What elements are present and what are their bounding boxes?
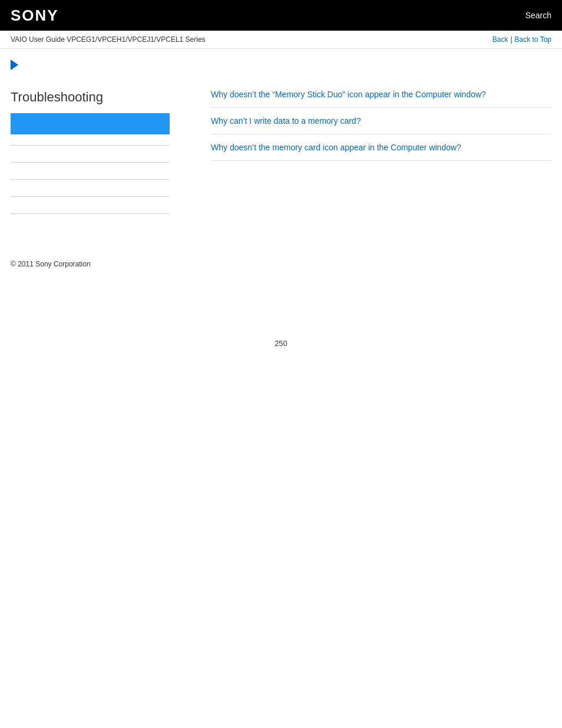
sidebar-highlight-bar xyxy=(11,113,170,134)
page-number: 250 xyxy=(0,339,562,360)
sidebar-line-3 xyxy=(11,179,170,180)
sidebar-line-1 xyxy=(11,145,170,146)
back-link[interactable]: Back xyxy=(492,35,508,44)
content-link-2[interactable]: Why doesn’t the memory card icon appear … xyxy=(211,134,551,161)
content-links: Why doesn’t the “Memory Stick Duo” icon … xyxy=(211,90,551,161)
main-content: Troubleshooting Why doesn’t the “Memory … xyxy=(0,72,562,242)
sidebar-divider-group-3 xyxy=(11,179,193,180)
sidebar-line-4 xyxy=(11,196,170,197)
sony-logo: SONY xyxy=(11,6,59,25)
header: SONY Search xyxy=(0,0,562,31)
breadcrumb-text: VAIO User Guide VPCEG1/VPCEH1/VPCEJ1/VPC… xyxy=(11,35,206,44)
sidebar-divider-group-5 xyxy=(11,213,193,214)
content-area: Why doesn’t the “Memory Stick Duo” icon … xyxy=(193,84,551,230)
sidebar-divider-group-4 xyxy=(11,196,193,197)
breadcrumb-nav: Back | Back to Top xyxy=(492,35,551,44)
footer: © 2011 Sony Corporation xyxy=(0,242,562,280)
sidebar-line-5 xyxy=(11,213,170,214)
sidebar: Troubleshooting xyxy=(11,84,193,230)
search-button[interactable]: Search xyxy=(525,11,551,20)
sidebar-line-2 xyxy=(11,162,170,163)
copyright-text: © 2011 Sony Corporation xyxy=(11,260,91,268)
back-to-top-link[interactable]: Back to Top xyxy=(515,35,551,44)
sidebar-divider-group-2 xyxy=(11,162,193,163)
sidebar-title: Troubleshooting xyxy=(11,90,193,105)
sidebar-dividers xyxy=(11,145,193,214)
breadcrumb-bar: VAIO User Guide VPCEG1/VPCEH1/VPCEJ1/VPC… xyxy=(0,31,562,49)
chevron-row xyxy=(0,49,562,72)
sidebar-divider-group-1 xyxy=(11,145,193,146)
content-link-1[interactable]: Why can’t I write data to a memory card? xyxy=(211,108,551,134)
chevron-right-icon xyxy=(11,60,18,70)
content-link-0[interactable]: Why doesn’t the “Memory Stick Duo” icon … xyxy=(211,90,551,108)
breadcrumb-separator: | xyxy=(510,35,512,44)
